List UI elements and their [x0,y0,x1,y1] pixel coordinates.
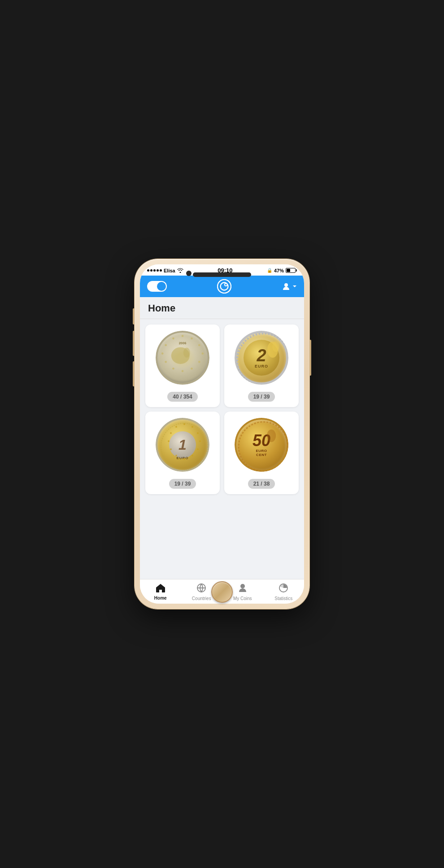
coin-badge-2euro-front: 19 / 39 [248,392,275,402]
svg-point-27 [199,440,201,442]
battery-icon [286,268,297,273]
svg-point-3 [225,284,227,285]
toggle-knob [157,282,166,291]
svg-point-30 [183,458,185,460]
speaker [193,272,251,277]
coin-denomination-text: 2 [257,347,266,364]
coin-card-2euro-front[interactable]: 2 EURO 19 / 39 [224,324,299,407]
svg-point-32 [170,448,172,450]
coin-row-2: 1 EURO [145,412,299,494]
svg-point-9 [198,361,200,363]
svg-point-36 [239,422,288,471]
battery-percent: 47% [274,268,284,273]
main-content: 2006 40 / 354 [140,319,304,579]
svg-point-16 [172,338,174,340]
user-menu[interactable] [282,282,297,291]
svg-point-25 [192,426,193,428]
page-title-bar: Home [140,297,304,319]
coin-card-50cent[interactable]: 50 EUROCENT 21 / 38 [224,412,299,494]
nav-countries-label: Countries [192,596,211,601]
phone-screen: Elisa 09:10 🔒 47% [140,264,304,604]
camera-front [186,271,192,276]
svg-point-14 [161,352,164,355]
svg-point-0 [218,280,231,293]
svg-point-34 [170,432,172,434]
coin-map-detail [266,340,282,360]
coin-card-2euro-back[interactable]: 2006 40 / 354 [145,324,220,407]
svg-point-15 [165,344,167,346]
chart-icon [279,583,288,595]
nav-statistics[interactable]: Statistics [263,579,305,604]
svg-point-8 [201,352,204,355]
coin-row-1: 2006 40 / 354 [145,324,299,407]
svg-point-28 [197,448,199,450]
coin-badge-50cent: 21 / 38 [248,479,275,489]
svg-point-26 [197,432,199,434]
toggle-switch[interactable] [147,281,167,292]
svg-point-10 [191,368,193,370]
nav-home[interactable]: Home [140,579,181,604]
home-icon [156,583,165,595]
signal-dots [147,269,162,272]
coin-stars: 2006 [157,333,208,383]
page-title: Home [148,302,296,314]
svg-point-4 [284,283,288,287]
status-right: 🔒 47% [267,268,297,273]
carrier-label: Elisa [164,268,175,273]
svg-point-12 [172,368,174,370]
coin-1euro-stars [157,420,209,472]
svg-point-7 [198,344,200,346]
coin-image-eu-map: 2006 [156,331,209,385]
svg-point-13 [165,361,167,363]
coin-euro-label: EURO [255,364,268,368]
svg-point-31 [175,455,177,456]
wifi-icon [177,268,183,273]
svg-point-11 [182,370,184,373]
svg-point-29 [192,455,193,456]
app-screen: Elisa 09:10 🔒 47% [140,264,304,604]
lock-icon: 🔒 [267,268,272,273]
status-left: Elisa [147,268,183,273]
app-header [140,276,304,297]
coin-image-2euro: 2 EURO [235,331,288,385]
nav-mycoins-label: My Coins [233,596,252,601]
coin-card-1euro[interactable]: 1 EURO [145,412,220,494]
power-button[interactable] [309,340,311,376]
svg-point-22 [272,341,279,352]
nav-statistics-label: Statistics [274,596,292,601]
nav-home-label: Home [154,596,167,601]
phone-device: Elisa 09:10 🔒 47% [135,259,309,609]
svg-point-37 [267,430,276,442]
coin-badge-2euro-back: 40 / 354 [167,392,197,402]
svg-point-35 [175,426,177,428]
svg-point-33 [168,440,170,442]
coin-50-map [266,428,279,443]
user-icon [282,282,291,291]
globe-icon [196,583,206,595]
chevron-down-icon [292,285,297,288]
app-logo [217,279,231,294]
coin-badge-1euro: 19 / 39 [169,479,196,489]
svg-point-24 [183,423,185,425]
coin-50cent-edge [236,420,288,472]
coin-image-50cent: 50 EUROCENT [235,418,288,472]
svg-text:2006: 2006 [179,341,187,345]
mute-button[interactable] [133,308,135,324]
home-button[interactable] [211,581,233,603]
volume-up-button[interactable] [133,331,135,356]
volume-down-button[interactable] [133,361,135,386]
svg-point-39 [240,584,245,588]
svg-point-19 [183,348,190,358]
coin-image-1euro: 1 EURO [156,418,209,472]
user-coins-icon [238,583,247,595]
svg-point-6 [191,338,193,340]
svg-point-5 [182,335,184,337]
